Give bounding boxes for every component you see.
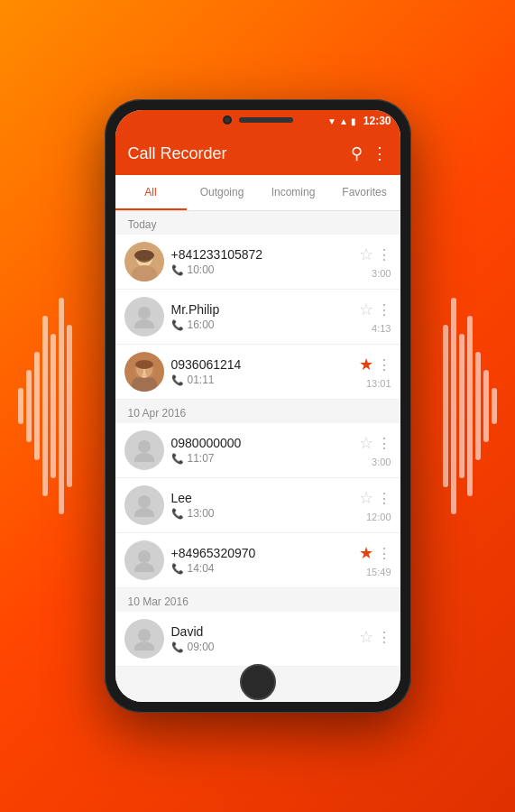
call-direction-icon: 📞 bbox=[171, 563, 184, 575]
avatar-placeholder bbox=[124, 540, 164, 580]
date-header-mar: 10 Mar 2016 bbox=[115, 588, 400, 612]
wave-left bbox=[18, 271, 72, 541]
call-name: 0936061214 bbox=[171, 357, 352, 372]
status-time: 12:30 bbox=[363, 115, 391, 127]
star-icon[interactable]: ★ bbox=[359, 355, 373, 374]
call-time: 10:00 bbox=[188, 263, 215, 276]
call-duration: 3:00 bbox=[372, 457, 391, 467]
svg-point-14 bbox=[134, 453, 154, 462]
call-time: 16:00 bbox=[188, 318, 215, 331]
app-title: Call Recorder bbox=[128, 144, 351, 163]
svg-point-13 bbox=[138, 440, 151, 453]
header-icons: ⚲ ⋮ bbox=[351, 143, 388, 163]
call-direction-icon: 📞 bbox=[171, 264, 184, 276]
avatar-placeholder bbox=[124, 485, 164, 525]
call-name: David bbox=[171, 624, 352, 639]
call-time: 11:07 bbox=[188, 452, 215, 465]
phone-top-bar bbox=[223, 115, 293, 125]
tab-favorites[interactable]: Favorites bbox=[329, 175, 400, 210]
tab-incoming[interactable]: Incoming bbox=[258, 175, 329, 210]
call-actions: ☆ ⋮ bbox=[359, 627, 391, 651]
call-time-row: 📞 14:04 bbox=[171, 562, 352, 575]
wifi-icon: ▲ bbox=[339, 116, 348, 126]
call-item[interactable]: 0980000000 📞 11:07 ☆ ⋮ 3:00 bbox=[115, 423, 400, 478]
tab-outgoing[interactable]: Outgoing bbox=[187, 175, 258, 210]
call-item[interactable]: +84965320970 📞 14:04 ★ ⋮ 15:49 bbox=[115, 533, 400, 588]
call-actions: ★ ⋮ 15:49 bbox=[359, 543, 391, 577]
svg-point-15 bbox=[138, 495, 151, 508]
camera bbox=[223, 115, 232, 125]
phone-frame: ▼ ▲ ▮ 12:30 Call Recorder ⚲ ⋮ All Outgoi… bbox=[105, 99, 411, 713]
call-info: +841233105872 📞 10:00 bbox=[171, 247, 352, 276]
svg-point-16 bbox=[134, 508, 154, 517]
call-direction-icon: 📞 bbox=[171, 641, 184, 653]
svg-point-20 bbox=[134, 641, 154, 651]
call-direction-icon: 📞 bbox=[171, 453, 184, 465]
star-icon[interactable]: ☆ bbox=[359, 245, 373, 264]
more-icon[interactable]: ⋮ bbox=[377, 356, 391, 374]
avatar bbox=[124, 242, 164, 281]
call-info: 0980000000 📞 11:07 bbox=[171, 436, 352, 465]
status-icons: ▼ ▲ ▮ bbox=[327, 116, 356, 126]
call-actions: ☆ ⋮ 3:00 bbox=[359, 433, 391, 467]
more-icon[interactable]: ⋮ bbox=[377, 545, 391, 562]
call-time-row: 📞 16:00 bbox=[171, 318, 352, 331]
call-time: 01:11 bbox=[188, 374, 215, 386]
call-time-row: 📞 10:00 bbox=[171, 263, 352, 276]
tab-all[interactable]: All bbox=[115, 175, 187, 210]
home-button[interactable] bbox=[240, 664, 276, 700]
call-info: David 📞 09:00 bbox=[171, 624, 352, 653]
call-item[interactable]: +841233105872 📞 10:00 ☆ ⋮ 3:00 bbox=[115, 235, 400, 290]
star-icon[interactable]: ☆ bbox=[359, 433, 373, 453]
svg-point-17 bbox=[138, 550, 151, 563]
more-icon[interactable]: ⋮ bbox=[377, 490, 391, 507]
star-icon[interactable]: ★ bbox=[359, 543, 373, 563]
call-time-row: 📞 11:07 bbox=[171, 452, 352, 465]
svg-point-6 bbox=[134, 319, 154, 328]
svg-point-18 bbox=[134, 563, 154, 572]
call-direction-icon: 📞 bbox=[171, 508, 184, 520]
more-icon[interactable]: ⋮ bbox=[377, 629, 391, 646]
call-list-content: Today +841233105872 📞 10: bbox=[115, 211, 400, 702]
date-header-apr: 10 Apr 2016 bbox=[115, 400, 400, 423]
call-actions: ★ ⋮ 13:01 bbox=[359, 355, 391, 389]
call-time: 09:00 bbox=[188, 641, 215, 653]
star-icon[interactable]: ☆ bbox=[359, 627, 373, 647]
call-name: +84965320970 bbox=[171, 546, 352, 560]
call-duration: 3:00 bbox=[372, 268, 391, 279]
call-info: 0936061214 📞 01:11 bbox=[171, 357, 352, 386]
more-icon[interactable]: ⋮ bbox=[377, 246, 391, 263]
call-time: 13:00 bbox=[188, 507, 215, 520]
svg-point-5 bbox=[138, 307, 151, 319]
call-direction-icon: 📞 bbox=[171, 319, 184, 331]
call-actions: ☆ ⋮ 12:00 bbox=[359, 488, 391, 522]
call-name: Mr.Philip bbox=[171, 302, 352, 317]
svg-point-4 bbox=[134, 250, 154, 261]
call-name: Lee bbox=[171, 491, 352, 505]
tab-bar: All Outgoing Incoming Favorites bbox=[115, 175, 400, 211]
date-header-today: Today bbox=[115, 211, 400, 235]
more-icon[interactable]: ⋮ bbox=[377, 435, 391, 452]
phone-screen: ▼ ▲ ▮ 12:30 Call Recorder ⚲ ⋮ All Outgoi… bbox=[115, 110, 400, 702]
call-item[interactable]: David 📞 09:00 ☆ ⋮ bbox=[115, 612, 400, 667]
wave-right bbox=[443, 271, 497, 541]
call-time-row: 📞 13:00 bbox=[171, 507, 352, 520]
call-item[interactable]: Lee 📞 13:00 ☆ ⋮ 12:00 bbox=[115, 478, 400, 533]
call-info: +84965320970 📞 14:04 bbox=[171, 546, 352, 575]
call-direction-icon: 📞 bbox=[171, 374, 184, 386]
call-actions: ☆ ⋮ 4:13 bbox=[359, 300, 391, 334]
call-name: 0980000000 bbox=[171, 436, 352, 450]
call-duration: 13:01 bbox=[366, 378, 391, 389]
more-icon[interactable]: ⋮ bbox=[377, 301, 391, 318]
avatar bbox=[124, 352, 164, 392]
svg-point-12 bbox=[135, 360, 153, 369]
more-options-icon[interactable]: ⋮ bbox=[372, 143, 388, 163]
svg-point-19 bbox=[138, 629, 151, 641]
call-duration: 4:13 bbox=[372, 323, 391, 334]
call-item[interactable]: Mr.Philip 📞 16:00 ☆ ⋮ 4:13 bbox=[115, 290, 400, 345]
search-icon[interactable]: ⚲ bbox=[351, 143, 363, 163]
call-time-row: 📞 09:00 bbox=[171, 641, 352, 653]
star-icon[interactable]: ☆ bbox=[359, 488, 373, 508]
call-item[interactable]: 0936061214 📞 01:11 ★ ⋮ 13:01 bbox=[115, 345, 400, 400]
star-icon[interactable]: ☆ bbox=[359, 300, 373, 319]
